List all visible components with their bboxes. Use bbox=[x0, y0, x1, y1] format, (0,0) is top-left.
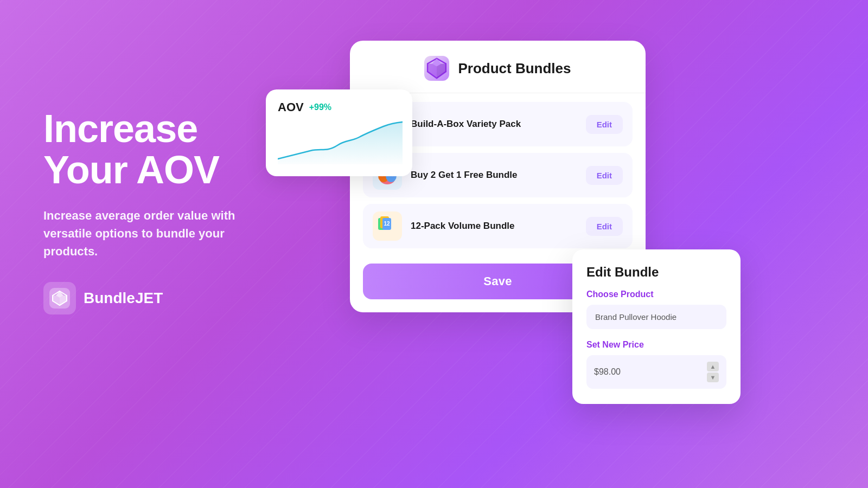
subtext: Increase average order value with versat… bbox=[43, 207, 271, 260]
volume-bundle-icon: 12 bbox=[375, 214, 400, 239]
bundle-name-3: 12-Pack Volume Bundle bbox=[411, 221, 577, 232]
aov-header: AOV +99% bbox=[278, 100, 400, 114]
aov-chart bbox=[278, 121, 400, 164]
brand-logo-icon bbox=[43, 282, 76, 314]
bundle-item-3: 12 12-Pack Volume Bundle Edit bbox=[363, 204, 633, 248]
choose-product-label: Choose Product bbox=[586, 290, 726, 299]
price-row: $98.00 ▲ ▼ bbox=[586, 355, 726, 389]
price-value: $98.00 bbox=[594, 367, 703, 377]
page-container: Increase Your AOV Increase average order… bbox=[0, 0, 868, 488]
aov-label: AOV bbox=[278, 100, 304, 114]
bundle-name-2: Buy 2 Get 1 Free Bundle bbox=[411, 170, 577, 181]
bundle-name-1: Build-A-Box Variety Pack bbox=[411, 119, 577, 130]
bundlejet-icon bbox=[49, 288, 70, 309]
bundles-logo-svg bbox=[424, 56, 449, 81]
left-section: Increase Your AOV Increase average order… bbox=[43, 108, 271, 314]
stepper-up[interactable]: ▲ bbox=[707, 362, 719, 371]
choose-product-input[interactable] bbox=[586, 305, 726, 329]
price-stepper[interactable]: ▲ ▼ bbox=[707, 362, 719, 382]
bundles-logo-icon bbox=[424, 56, 449, 81]
aov-badge: +99% bbox=[309, 102, 331, 112]
bundles-header: Product Bundles bbox=[350, 41, 646, 93]
edit-button-3[interactable]: Edit bbox=[586, 217, 623, 236]
brand-row: BundleJET bbox=[43, 282, 271, 314]
stepper-down[interactable]: ▼ bbox=[707, 373, 719, 382]
edit-button-2[interactable]: Edit bbox=[586, 166, 623, 185]
bundle-icon-3: 12 bbox=[373, 211, 402, 241]
edit-button-1[interactable]: Edit bbox=[586, 115, 623, 134]
brand-name: BundleJET bbox=[84, 290, 163, 307]
set-price-label: Set New Price bbox=[586, 340, 726, 350]
bundles-title: Product Bundles bbox=[458, 60, 571, 77]
svg-text:12: 12 bbox=[384, 221, 390, 227]
headline: Increase Your AOV bbox=[43, 108, 271, 190]
aov-card: AOV +99% bbox=[266, 89, 412, 176]
edit-panel-title: Edit Bundle bbox=[586, 265, 726, 280]
edit-panel: Edit Bundle Choose Product Set New Price… bbox=[572, 249, 741, 404]
